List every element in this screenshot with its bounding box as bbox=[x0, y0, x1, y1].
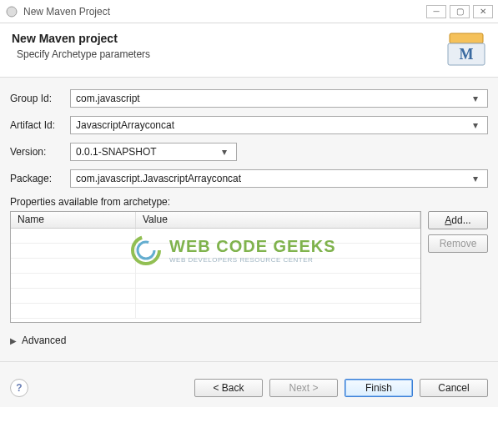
chevron-down-icon: ▾ bbox=[469, 119, 482, 131]
advanced-label: Advanced bbox=[22, 335, 66, 346]
table-row bbox=[11, 229, 420, 244]
column-header-name[interactable]: Name bbox=[11, 212, 136, 228]
close-button[interactable]: ✕ bbox=[473, 5, 493, 18]
version-label: Version: bbox=[10, 146, 70, 158]
group-id-input[interactable]: com.javascript ▾ bbox=[70, 89, 488, 108]
page-title: New Maven project bbox=[12, 32, 446, 45]
next-button: Next > bbox=[269, 379, 338, 397]
properties-section-label: Properties available from archetype: bbox=[10, 196, 488, 208]
help-icon[interactable]: ? bbox=[10, 379, 28, 397]
eclipse-wizard-icon bbox=[5, 5, 18, 18]
maximize-button[interactable]: ▢ bbox=[450, 5, 470, 18]
wizard-footer: ? < Back Next > Finish Cancel bbox=[0, 369, 498, 407]
column-header-value[interactable]: Value bbox=[136, 212, 420, 228]
finish-button[interactable]: Finish bbox=[345, 379, 413, 397]
version-input[interactable]: 0.0.1-SNAPSHOT ▾ bbox=[70, 143, 237, 161]
remove-button: Remove bbox=[428, 234, 488, 253]
chevron-down-icon: ▾ bbox=[469, 173, 482, 184]
package-label: Package: bbox=[10, 173, 70, 184]
svg-text:M: M bbox=[460, 46, 474, 63]
chevron-down-icon: ▾ bbox=[218, 146, 231, 158]
table-row bbox=[11, 259, 420, 274]
titlebar: New Maven Project ─ ▢ ✕ bbox=[0, 0, 498, 23]
caret-right-icon: ▶ bbox=[10, 336, 17, 345]
group-id-label: Group Id: bbox=[10, 93, 70, 104]
table-row bbox=[11, 289, 420, 304]
page-subtitle: Specify Archetype parameters bbox=[17, 48, 446, 60]
svg-point-0 bbox=[7, 7, 17, 17]
table-row bbox=[11, 244, 420, 259]
wizard-body: Group Id: com.javascript ▾ Artifact Id: … bbox=[0, 78, 498, 369]
cancel-button[interactable]: Cancel bbox=[420, 379, 488, 397]
window-title: New Maven Project bbox=[23, 6, 423, 18]
properties-table[interactable]: Name Value WEB CODE GEEKS WEB DEVELOPERS bbox=[10, 211, 421, 323]
back-button[interactable]: < Back bbox=[194, 379, 263, 397]
artifact-id-input[interactable]: JavascriptArrayconcat ▾ bbox=[70, 116, 488, 134]
table-row bbox=[11, 274, 420, 289]
advanced-expander[interactable]: ▶ Advanced bbox=[10, 335, 488, 346]
divider bbox=[0, 361, 498, 362]
maven-wizard-icon: M bbox=[446, 32, 486, 67]
add-button[interactable]: Add... bbox=[428, 211, 488, 229]
minimize-button[interactable]: ─ bbox=[426, 5, 446, 18]
table-row bbox=[11, 304, 420, 319]
package-input[interactable]: com.javascript.JavascriptArrayconcat ▾ bbox=[70, 169, 488, 188]
svg-rect-1 bbox=[450, 33, 483, 43]
wizard-header: New Maven project Specify Archetype para… bbox=[0, 23, 498, 78]
chevron-down-icon: ▾ bbox=[469, 93, 482, 104]
artifact-id-label: Artifact Id: bbox=[10, 119, 70, 131]
